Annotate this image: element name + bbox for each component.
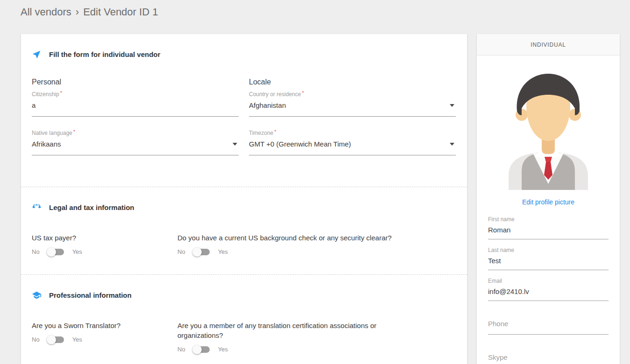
- toggle-yes-label: Yes: [72, 248, 82, 255]
- dropdown-caret-icon: [450, 104, 454, 107]
- native-language-select[interactable]: Afrikaans: [32, 140, 239, 155]
- last-name-value: Test: [488, 257, 609, 265]
- paper-plane-icon: [32, 49, 42, 59]
- sworn-translator-toggle[interactable]: [48, 336, 64, 343]
- citizenship-label: Citizenship*: [32, 91, 239, 98]
- toggle-knob: [47, 335, 56, 344]
- background-check-toggle-row: No Yes: [177, 248, 456, 255]
- email-field[interactable]: Email info@2410.lv: [488, 278, 609, 301]
- association-member-question: Are you a member of any translation cert…: [177, 321, 456, 353]
- toggle-yes-label: Yes: [218, 346, 228, 353]
- toggle-no-label: No: [32, 248, 40, 255]
- dropdown-caret-icon: [450, 143, 454, 146]
- required-asterisk: *: [274, 129, 276, 134]
- timezone-select[interactable]: GMT +0 (Greenwich Mean Time): [249, 140, 456, 155]
- toggle-yes-label: Yes: [218, 248, 228, 255]
- toggle-knob: [192, 345, 202, 354]
- vendor-form-card: Fill the form for individual vendor Pers…: [21, 34, 467, 364]
- section-divider: [21, 274, 467, 275]
- us-tax-payer-toggle[interactable]: [48, 249, 64, 255]
- question-text: Are you a member of any translation cert…: [177, 321, 420, 340]
- timezone-field[interactable]: Timezone* GMT +0 (Greenwich Mean Time): [249, 130, 456, 155]
- question-text: Are you a Sworn Translator?: [32, 321, 177, 330]
- graduation-cap-icon: [32, 290, 42, 300]
- avatar-image: [504, 66, 593, 190]
- breadcrumb-separator: ›: [76, 6, 79, 18]
- question-text: US tax payer?: [32, 233, 177, 243]
- personal-group-heading: Personal: [32, 78, 239, 86]
- native-language-value: Afrikaans: [32, 140, 61, 148]
- timezone-label-text: Timezone: [249, 130, 273, 136]
- country-value: Afghanistan: [249, 101, 286, 109]
- dropdown-caret-icon: [233, 143, 237, 146]
- breadcrumb-current: Edit Vendor ID 1: [83, 6, 158, 18]
- timezone-label: Timezone*: [249, 130, 456, 136]
- citizenship-value: a: [32, 101, 35, 109]
- citizenship-input[interactable]: a: [32, 101, 239, 117]
- association-member-toggle-row: No Yes: [177, 346, 456, 353]
- skype-field[interactable]: Skype: [488, 342, 609, 364]
- question-text: Do you have a current US background chec…: [177, 233, 420, 243]
- citizenship-label-text: Citizenship: [32, 91, 59, 98]
- sidebar-fields: First name Roman Last name Test Email in…: [477, 216, 620, 364]
- breadcrumb-link-all-vendors[interactable]: All vendors: [21, 6, 71, 18]
- required-asterisk: *: [73, 129, 75, 134]
- professional-section-title: Professional information: [49, 291, 132, 299]
- scales-icon: [32, 203, 42, 212]
- us-tax-payer-toggle-row: No Yes: [32, 248, 177, 255]
- last-name-label: Last name: [488, 247, 609, 253]
- first-name-value: Roman: [488, 226, 609, 234]
- us-tax-payer-question: US tax payer? No Yes: [32, 233, 177, 255]
- toggle-yes-label: Yes: [72, 336, 82, 343]
- country-field[interactable]: Country or residence* Afghanistan: [249, 91, 456, 117]
- association-member-toggle[interactable]: [194, 346, 210, 353]
- sworn-translator-question: Are you a Sworn Translator? No Yes: [32, 321, 177, 353]
- locale-group-heading: Locale: [249, 78, 456, 86]
- last-name-field[interactable]: Last name Test: [488, 247, 609, 270]
- background-check-question: Do you have a current US background chec…: [177, 233, 456, 255]
- legal-section-header: Legal and tax information: [21, 203, 467, 212]
- country-select[interactable]: Afghanistan: [249, 101, 456, 117]
- phone-placeholder: Phone: [488, 320, 609, 328]
- background-check-toggle[interactable]: [194, 249, 210, 255]
- citizenship-field[interactable]: Citizenship* a: [32, 91, 239, 117]
- breadcrumb: All vendors › Edit Vendor ID 1: [21, 6, 158, 18]
- toggle-no-label: No: [177, 346, 185, 353]
- personal-group: Personal Citizenship* a: [32, 78, 239, 117]
- section-divider: [21, 187, 467, 187]
- toggle-no-label: No: [32, 336, 40, 343]
- country-label: Country or residence*: [249, 91, 456, 98]
- native-language-field[interactable]: Native language* Afrikaans: [32, 130, 239, 155]
- avatar-wrap: [477, 66, 620, 192]
- vendor-type-header: INDIVIDUAL: [477, 34, 620, 56]
- toggle-no-label: No: [177, 248, 185, 255]
- email-value: info@2410.lv: [488, 287, 609, 295]
- toggle-knob: [192, 247, 202, 257]
- toggle-knob: [47, 247, 56, 257]
- country-label-text: Country or residence: [249, 91, 301, 98]
- form-header: Fill the form for individual vendor: [21, 49, 467, 59]
- vendor-summary-card: INDIVIDUAL Edit profile picture First na…: [477, 34, 620, 364]
- email-label: Email: [488, 278, 609, 284]
- locale-group: Locale Country or residence* Afghanistan: [249, 78, 456, 117]
- native-language-label: Native language*: [32, 130, 239, 136]
- timezone-value: GMT +0 (Greenwich Mean Time): [249, 140, 351, 148]
- legal-section-title: Legal and tax information: [49, 203, 134, 211]
- required-asterisk: *: [302, 90, 304, 96]
- professional-section-header: Professional information: [21, 290, 467, 300]
- first-name-label: First name: [488, 216, 609, 223]
- form-title: Fill the form for individual vendor: [49, 50, 160, 58]
- first-name-field[interactable]: First name Roman: [488, 216, 609, 239]
- required-asterisk: *: [60, 90, 62, 96]
- phone-field[interactable]: Phone: [488, 308, 609, 335]
- edit-profile-picture-link[interactable]: Edit profile picture: [477, 198, 620, 206]
- skype-placeholder: Skype: [488, 353, 609, 361]
- native-language-label-text: Native language: [32, 130, 72, 136]
- sworn-translator-toggle-row: No Yes: [32, 336, 177, 343]
